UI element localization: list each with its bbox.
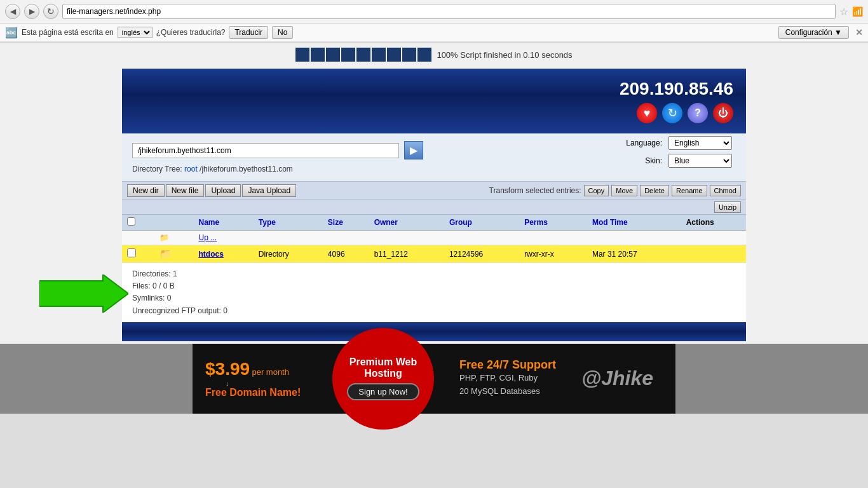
row-checkbox[interactable] bbox=[127, 248, 136, 257]
progress-blocks bbox=[295, 48, 431, 62]
ad-banner: $3.99 per month ↓ Free Domain Name! Prem… bbox=[193, 344, 675, 414]
th-perms: Perms bbox=[519, 215, 587, 231]
ad-left-section: $3.99 per month ↓ Free Domain Name! bbox=[193, 344, 320, 414]
move-button[interactable]: Move bbox=[611, 185, 637, 196]
select-all-checkbox[interactable] bbox=[127, 217, 135, 226]
dir-tree-path: /jhikeforum.byethost11.com bbox=[200, 165, 293, 173]
th-size: Size bbox=[323, 215, 369, 231]
up-actions-cell bbox=[681, 231, 746, 245]
up-type-cell bbox=[254, 231, 323, 245]
sort-name-link[interactable]: Name bbox=[198, 218, 219, 227]
green-arrow-indicator bbox=[39, 274, 128, 315]
language-label: Language: bbox=[626, 139, 662, 147]
th-actions: Actions bbox=[681, 215, 746, 231]
favorite-button[interactable]: ♥ bbox=[637, 103, 657, 123]
server-ip: 209.190.85.46 bbox=[620, 79, 733, 99]
address-bar[interactable] bbox=[62, 4, 836, 19]
table-header-row: Name Type Size Owner Group Perms Mod Tim… bbox=[122, 215, 746, 231]
fm-toolbar: New dir New file Upload Java Upload Tran… bbox=[122, 181, 746, 200]
progress-block bbox=[387, 48, 401, 62]
progress-block bbox=[356, 48, 370, 62]
translate-bar-close-icon[interactable]: ✕ bbox=[855, 27, 863, 37]
row-checkbox-cell bbox=[122, 245, 154, 263]
fm-header-right: 209.190.85.46 ♥ ↻ ? ⏻ bbox=[620, 79, 733, 123]
upload-button[interactable]: Upload bbox=[205, 184, 241, 197]
translate-button[interactable]: Traducir bbox=[229, 26, 268, 39]
config-button[interactable]: Configuración ▼ bbox=[778, 26, 849, 39]
chmod-button[interactable]: Chmod bbox=[710, 185, 741, 196]
fm-header: 209.190.85.46 ♥ ↻ ? ⏻ bbox=[122, 69, 746, 133]
progress-block bbox=[341, 48, 355, 62]
rename-button[interactable]: Rename bbox=[672, 185, 707, 196]
row-perms-cell: rwxr-xr-x bbox=[519, 245, 587, 263]
file-table-wrapper: Name Type Size Owner Group Perms Mod Tim… bbox=[122, 215, 746, 263]
fm-toolbar-row2: Unzip bbox=[122, 200, 746, 215]
progress-block bbox=[372, 48, 386, 62]
sort-size-link[interactable]: Size bbox=[328, 218, 343, 227]
translate-lang-select[interactable]: inglés bbox=[118, 27, 153, 38]
skin-select[interactable]: BlueGreenRedDefault bbox=[668, 154, 732, 168]
row-actions-cell bbox=[681, 245, 746, 263]
skin-label: Skin: bbox=[645, 156, 662, 165]
fm-footer bbox=[122, 322, 746, 341]
browser-chrome: ◀ ▶ ↻ ☆ 📶 🔤 Esta página está escrita en … bbox=[0, 0, 868, 43]
sort-perms-link[interactable]: Perms bbox=[524, 218, 548, 227]
progress-block bbox=[402, 48, 416, 62]
language-select[interactable]: EnglishEspañolFrançaisDeutsch bbox=[668, 136, 732, 150]
progress-block bbox=[295, 48, 309, 62]
translate-question: ¿Quieres traducirla? bbox=[156, 28, 226, 37]
sort-group-link[interactable]: Group bbox=[449, 218, 472, 227]
up-checkbox-cell bbox=[122, 231, 154, 245]
unzip-button[interactable]: Unzip bbox=[714, 201, 741, 213]
path-go-button[interactable]: ▶ bbox=[404, 141, 423, 159]
up-link[interactable]: Up ... bbox=[198, 233, 217, 242]
th-type: Type bbox=[254, 215, 323, 231]
config-label: Configuración bbox=[785, 28, 832, 37]
back-button[interactable]: ◀ bbox=[5, 4, 20, 19]
path-input[interactable] bbox=[132, 143, 399, 158]
ad-features-text: PHP, FTP, CGI, Ruby20 MySQL Databases bbox=[459, 372, 556, 398]
ad-per-month: per month bbox=[252, 367, 289, 377]
th-modtime: Mod Time bbox=[587, 215, 681, 231]
folder-up-icon: 📁 bbox=[159, 233, 169, 242]
translate-icon: 🔤 bbox=[5, 27, 18, 39]
sort-modtime-link[interactable]: Mod Time bbox=[592, 218, 628, 227]
th-select-all bbox=[122, 215, 154, 231]
transform-label: Transform selected entries: bbox=[489, 186, 581, 195]
up-icon-cell: 📁 bbox=[154, 231, 193, 245]
up-modtime-cell bbox=[587, 231, 681, 245]
new-dir-button[interactable]: New dir bbox=[127, 184, 165, 197]
fm-summary: Directories: 1 Files: 0 / 0 B Symlinks: … bbox=[122, 263, 746, 322]
refresh-button[interactable]: ↻ bbox=[662, 103, 682, 123]
translate-bar: 🔤 Esta página está escrita en inglés ¿Qu… bbox=[0, 24, 868, 42]
progress-block bbox=[417, 48, 431, 62]
progress-block bbox=[326, 48, 340, 62]
signal-icon: 📶 bbox=[852, 6, 863, 17]
th-name: Name bbox=[193, 215, 253, 231]
th-owner: Owner bbox=[369, 215, 444, 231]
table-row: 📁 htdocs Directory 4096 b11_1212 1212459… bbox=[122, 245, 746, 263]
reload-button[interactable]: ↻ bbox=[43, 4, 58, 19]
sort-owner-link[interactable]: Owner bbox=[374, 218, 398, 227]
toolbar-right-buttons: Transform selected entries: Copy Move De… bbox=[489, 185, 741, 196]
ad-signup-button[interactable]: Sign up Now! bbox=[347, 383, 419, 400]
copy-button[interactable]: Copy bbox=[584, 185, 609, 196]
no-translate-button[interactable]: No bbox=[272, 26, 293, 39]
row-icon-cell: 📁 bbox=[154, 245, 193, 263]
go-icon: ▶ bbox=[410, 145, 417, 156]
help-button[interactable]: ? bbox=[688, 103, 708, 123]
sort-type-link[interactable]: Type bbox=[259, 218, 276, 227]
ad-right-section: Free 24/7 Support PHP, FTP, CGI, Ruby20 … bbox=[447, 344, 569, 414]
config-arrow-icon: ▼ bbox=[834, 28, 842, 37]
row-type-cell: Directory bbox=[254, 245, 323, 263]
bookmark-icon[interactable]: ☆ bbox=[839, 6, 848, 18]
power-button[interactable]: ⏻ bbox=[713, 103, 733, 123]
row-group-cell: 12124596 bbox=[444, 245, 519, 263]
java-upload-button[interactable]: Java Upload bbox=[242, 184, 296, 197]
dir-link[interactable]: htdocs bbox=[198, 250, 223, 259]
browser-nav: ◀ ▶ ↻ ☆ 📶 bbox=[0, 0, 868, 24]
dir-tree-root-link[interactable]: root bbox=[184, 165, 198, 173]
forward-button[interactable]: ▶ bbox=[24, 4, 39, 19]
new-file-button[interactable]: New file bbox=[166, 184, 205, 197]
delete-button[interactable]: Delete bbox=[640, 185, 669, 196]
